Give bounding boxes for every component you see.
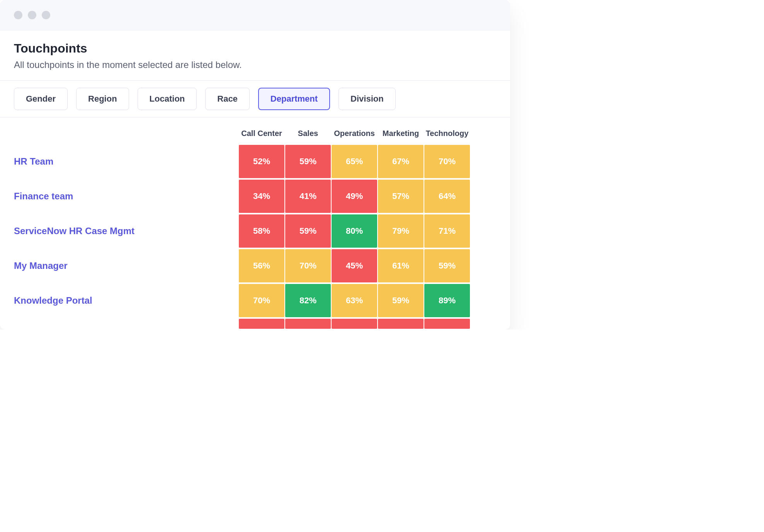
heatmap-cell[interactable]: 52% [239, 145, 284, 178]
heatmap-cell[interactable]: 64% [424, 180, 470, 213]
heatmap-cell[interactable]: 59% [378, 284, 424, 317]
heatmap-cell[interactable]: 67% [378, 145, 424, 178]
filter-pill-label: Department [271, 94, 318, 104]
filter-pill-label: Location [150, 94, 185, 104]
heatmap-cell[interactable]: 89% [424, 284, 470, 317]
heatmap-cell[interactable]: 82% [285, 284, 331, 317]
heatmap-col-header: Operations [332, 126, 377, 144]
heatmap-cell[interactable]: 59% [285, 214, 331, 248]
heatmap-cell-value: 59% [299, 226, 316, 236]
heatmap-cell-peek [285, 319, 331, 329]
heatmap-cell-peek [378, 319, 424, 329]
heatmap-cell-value: 56% [253, 261, 270, 271]
heatmap-cell[interactable]: 71% [424, 214, 470, 248]
filter-bar: GenderRegionLocationRaceDepartmentDivisi… [0, 80, 510, 117]
heatmap-cell-value: 82% [299, 296, 316, 306]
heatmap-cell-value: 89% [439, 296, 456, 306]
heatmap-cell-value: 70% [439, 156, 456, 167]
heatmap-cell[interactable]: 70% [285, 249, 331, 282]
page-title: Touchpoints [14, 41, 496, 56]
heatmap-cell-value: 70% [253, 296, 270, 306]
heatmap-area: Call CenterSalesOperationsMarketingTechn… [0, 117, 510, 330]
heatmap-cell[interactable]: 65% [332, 145, 377, 178]
heatmap-row-label[interactable]: HR Team [14, 144, 238, 179]
heatmap-grid: Call CenterSalesOperationsMarketingTechn… [14, 126, 496, 330]
filter-pill-division[interactable]: Division [339, 88, 396, 110]
heatmap-cell-value: 63% [346, 296, 363, 306]
heatmap-cell[interactable]: 70% [239, 284, 284, 317]
heatmap-cell-peek [424, 319, 470, 329]
filter-pill-department[interactable]: Department [258, 88, 330, 110]
heatmap-cell[interactable]: 59% [285, 145, 331, 178]
heatmap-row-label[interactable]: Finance team [14, 179, 238, 214]
heatmap-cell-value: 70% [299, 261, 316, 271]
heatmap-cell-peek [332, 319, 377, 329]
filter-pill-race[interactable]: Race [205, 88, 250, 110]
heatmap-cell[interactable]: 70% [424, 145, 470, 178]
filter-pill-label: Gender [26, 94, 56, 104]
heatmap-cell-value: 80% [346, 226, 363, 236]
heatmap-row-label[interactable]: ServiceNow HR Case Mgmt [14, 214, 238, 248]
window-dot-1 [14, 11, 22, 19]
heatmap-cell[interactable]: 59% [424, 249, 470, 282]
window-dot-2 [28, 11, 36, 19]
heatmap-col-header: Marketing [378, 126, 424, 144]
heatmap-cell[interactable]: 80% [332, 214, 377, 248]
heatmap-cell-value: 41% [299, 191, 316, 201]
heatmap-cell[interactable]: 49% [332, 180, 377, 213]
heatmap-cell-value: 59% [392, 296, 409, 306]
heatmap-corner-spacer [14, 126, 238, 144]
heatmap-cell-value: 59% [299, 156, 316, 167]
heatmap-cell-value: 61% [392, 261, 409, 271]
heatmap-cell-value: 34% [253, 191, 270, 201]
heatmap-row-label[interactable]: Knowledge Portal [14, 283, 238, 318]
heatmap-cell-value: 79% [392, 226, 409, 236]
heatmap-cell[interactable]: 41% [285, 180, 331, 213]
heatmap-cell-value: 67% [392, 156, 409, 167]
heatmap-cell[interactable]: 34% [239, 180, 284, 213]
heatmap-cell-value: 49% [346, 191, 363, 201]
heatmap-row-label[interactable]: My Manager [14, 248, 238, 283]
heatmap-cell[interactable]: 56% [239, 249, 284, 282]
heatmap-cell-value: 58% [253, 226, 270, 236]
heatmap-cell[interactable]: 79% [378, 214, 424, 248]
heatmap-cell-peek [239, 319, 284, 329]
filter-pill-location[interactable]: Location [138, 88, 197, 110]
heatmap-col-header: Call Center [239, 126, 284, 144]
heatmap-cell[interactable]: 61% [378, 249, 424, 282]
filter-pill-label: Division [351, 94, 384, 104]
filter-pill-gender[interactable]: Gender [14, 88, 68, 110]
page-subtitle: All touchpoints in the moment selected a… [14, 59, 496, 70]
app-window: Touchpoints All touchpoints in the momen… [0, 0, 510, 330]
heatmap-col-header: Technology [424, 126, 470, 144]
heatmap-col-header: Sales [285, 126, 331, 144]
heatmap-cell-value: 71% [439, 226, 456, 236]
heatmap-cell-value: 59% [439, 261, 456, 271]
heatmap-peek-spacer [14, 318, 238, 330]
window-dot-3 [42, 11, 50, 19]
heatmap-cell[interactable]: 57% [378, 180, 424, 213]
filter-pill-label: Race [217, 94, 238, 104]
filter-pill-region[interactable]: Region [76, 88, 129, 110]
heatmap-cell[interactable]: 45% [332, 249, 377, 282]
heatmap-cell-value: 45% [346, 261, 363, 271]
page-header: Touchpoints All touchpoints in the momen… [0, 31, 510, 80]
heatmap-cell-value: 64% [439, 191, 456, 201]
window-titlebar [0, 0, 510, 31]
heatmap-cell-value: 57% [392, 191, 409, 201]
filter-pill-label: Region [88, 94, 117, 104]
heatmap-cell[interactable]: 58% [239, 214, 284, 248]
heatmap-cell-value: 52% [253, 156, 270, 167]
heatmap-cell-value: 65% [346, 156, 363, 167]
heatmap-cell[interactable]: 63% [332, 284, 377, 317]
